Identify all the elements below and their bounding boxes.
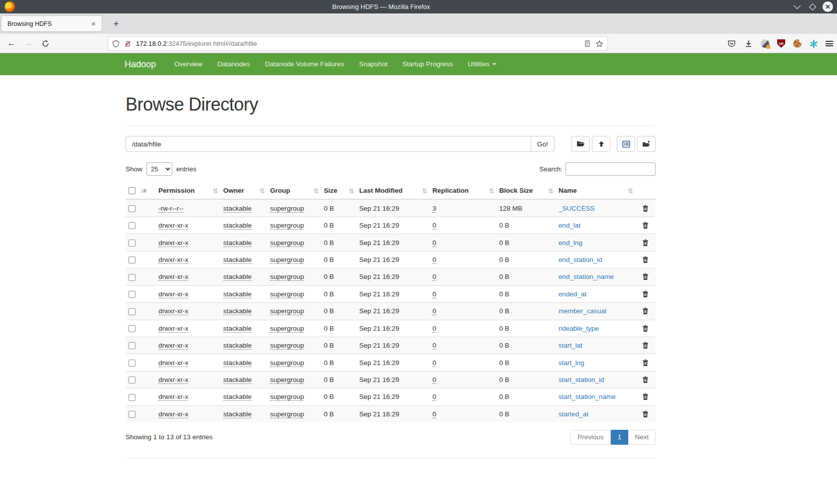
replication-value[interactable]: 0	[432, 342, 436, 350]
permission-value[interactable]: drwxr-xr-x	[158, 290, 188, 298]
file-name-link[interactable]: rideable_type	[558, 325, 599, 332]
delete-button[interactable]	[638, 325, 653, 332]
navbar-brand[interactable]: Hadoop	[125, 59, 156, 70]
file-name-link[interactable]: _SUCCESS	[558, 205, 595, 212]
nav-item-overview[interactable]: Overview	[167, 53, 210, 75]
replication-value[interactable]: 0	[432, 273, 436, 281]
row-checkbox[interactable]	[129, 377, 136, 383]
set-storage-policy-button[interactable]	[637, 136, 656, 152]
go-button[interactable]: Go!	[531, 136, 555, 152]
delete-button[interactable]	[638, 290, 653, 298]
row-checkbox[interactable]	[129, 325, 136, 332]
row-checkbox[interactable]	[129, 360, 136, 367]
directory-path-input[interactable]	[126, 136, 531, 152]
owner-value[interactable]: stackable	[223, 222, 252, 230]
file-name-link[interactable]: end_station_name	[558, 273, 614, 280]
create-directory-button[interactable]	[571, 136, 590, 152]
cookie-extension-icon[interactable]	[793, 39, 802, 48]
header-block-size[interactable]: Block Size⇅	[496, 182, 556, 199]
window-close-button[interactable]: ✕	[823, 1, 833, 12]
delete-button[interactable]	[638, 359, 653, 367]
owner-value[interactable]: stackable	[223, 239, 252, 247]
insecure-lock-icon[interactable]	[124, 40, 132, 48]
permission-value[interactable]: drwxr-xr-x	[158, 307, 188, 315]
delete-button[interactable]	[638, 256, 653, 263]
delete-button[interactable]	[638, 393, 653, 400]
owner-value[interactable]: stackable	[223, 307, 252, 315]
permission-value[interactable]: -rw-r--r--	[158, 205, 183, 213]
row-checkbox[interactable]	[129, 342, 136, 349]
replication-value[interactable]: 0	[432, 376, 436, 384]
select-all-checkbox[interactable]	[129, 187, 136, 194]
permission-value[interactable]: drwxr-xr-x	[158, 256, 188, 264]
permission-value[interactable]: drwxr-xr-x	[158, 410, 188, 418]
entries-per-page-select[interactable]: 25	[146, 162, 172, 176]
row-checkbox[interactable]	[129, 411, 136, 418]
header-size[interactable]: Size⇅	[321, 182, 356, 199]
downloads-icon[interactable]	[744, 39, 753, 48]
owner-value[interactable]: stackable	[223, 256, 252, 264]
row-checkbox[interactable]	[129, 394, 136, 401]
group-value[interactable]: supergroup	[270, 410, 304, 418]
extension-privacy-icon[interactable]	[761, 39, 769, 48]
group-value[interactable]: supergroup	[270, 239, 304, 247]
replication-value[interactable]: 0	[432, 222, 436, 230]
new-tab-button[interactable]: +	[110, 17, 123, 30]
cut-paste-button[interactable]	[617, 136, 635, 152]
pagination-page-1-button[interactable]: 1	[611, 430, 629, 445]
permission-value[interactable]: drwxr-xr-x	[158, 239, 188, 247]
group-value[interactable]: supergroup	[270, 376, 304, 384]
replication-value[interactable]: 0	[432, 410, 436, 418]
pagination-next-button[interactable]: Next	[628, 430, 656, 445]
permission-value[interactable]: drwxr-xr-x	[158, 376, 188, 384]
browser-tab[interactable]: Browsing HDFS ×	[1, 15, 102, 32]
group-value[interactable]: supergroup	[270, 290, 304, 298]
group-value[interactable]: supergroup	[270, 222, 304, 230]
replication-value[interactable]: 3	[432, 205, 436, 213]
header-permission[interactable]: Permission⇅	[155, 182, 220, 199]
owner-value[interactable]: stackable	[223, 290, 252, 298]
file-name-link[interactable]: start_lat	[558, 342, 582, 349]
row-checkbox[interactable]	[129, 222, 136, 229]
delete-button[interactable]	[638, 307, 653, 315]
row-checkbox[interactable]	[129, 256, 136, 263]
owner-value[interactable]: stackable	[223, 205, 252, 213]
group-value[interactable]: supergroup	[270, 325, 304, 333]
replication-value[interactable]: 0	[432, 393, 436, 401]
tab-close-icon[interactable]: ×	[89, 19, 98, 28]
owner-value[interactable]: stackable	[223, 273, 252, 281]
permission-value[interactable]: drwxr-xr-x	[158, 222, 188, 230]
file-name-link[interactable]: start_station_name	[558, 393, 616, 400]
group-value[interactable]: supergroup	[270, 359, 304, 367]
nav-item-snapshot[interactable]: Snapshot	[352, 53, 395, 75]
pagination-previous-button[interactable]: Previous	[570, 430, 611, 445]
file-name-link[interactable]: ended_at	[558, 290, 586, 298]
nav-item-startup-progress[interactable]: Startup Progress	[395, 53, 460, 75]
replication-value[interactable]: 0	[432, 359, 436, 367]
nav-dropdown-utilities[interactable]: Utilities	[460, 53, 504, 75]
replication-value[interactable]: 0	[432, 307, 436, 315]
group-value[interactable]: supergroup	[270, 307, 304, 315]
file-name-link[interactable]: end_lat	[558, 222, 580, 229]
permission-value[interactable]: drwxr-xr-x	[158, 342, 188, 350]
file-name-link[interactable]: end_station_id	[558, 256, 602, 263]
owner-value[interactable]: stackable	[223, 393, 252, 401]
permission-value[interactable]: drwxr-xr-x	[158, 359, 188, 367]
row-checkbox[interactable]	[129, 274, 136, 281]
file-name-link[interactable]: end_lng	[558, 239, 582, 247]
select-all-header[interactable]: ↓≡	[126, 182, 155, 199]
row-checkbox[interactable]	[129, 308, 136, 315]
owner-value[interactable]: stackable	[223, 376, 252, 384]
ublock-origin-icon[interactable]: U0	[777, 39, 785, 48]
file-name-link[interactable]: start_station_id	[558, 376, 604, 383]
bookmark-star-icon[interactable]	[595, 40, 603, 48]
replication-value[interactable]: 0	[432, 325, 436, 333]
url-text[interactable]: 172.18.0.2:32475/explorer.html#/data/hfi…	[136, 40, 584, 47]
owner-value[interactable]: stackable	[223, 342, 252, 350]
delete-button[interactable]	[638, 376, 653, 383]
header-name[interactable]: Name⇅	[556, 182, 635, 199]
delete-button[interactable]	[638, 222, 653, 229]
replication-value[interactable]: 0	[432, 256, 436, 264]
header-group[interactable]: Group⇅	[267, 182, 321, 199]
delete-button[interactable]	[638, 342, 653, 349]
